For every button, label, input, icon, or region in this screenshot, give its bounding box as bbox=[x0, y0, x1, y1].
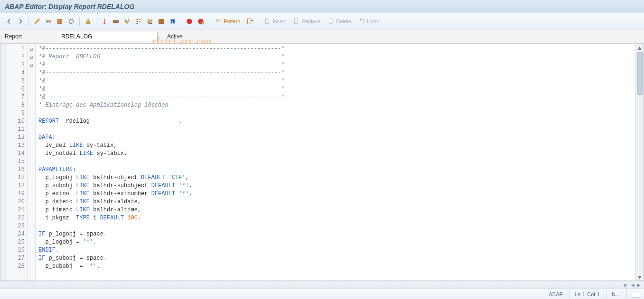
window-title: ABAP Editor: Display Report RDELALOG bbox=[5, 3, 134, 10]
plus-doc-icon bbox=[246, 18, 253, 25]
svg-rect-14 bbox=[149, 20, 152, 23]
check-button[interactable] bbox=[83, 16, 93, 27]
scroll-up-icon[interactable]: ▲ bbox=[636, 44, 644, 51]
book-icon bbox=[158, 18, 165, 25]
where-used-button[interactable] bbox=[122, 16, 132, 27]
status-col-number: 1 bbox=[597, 291, 600, 297]
status-cursor-position: Ln 1 Col 1 bbox=[569, 289, 600, 299]
replace-button[interactable]: Replace bbox=[290, 16, 324, 27]
status-line-number: 1 bbox=[582, 291, 585, 297]
svg-rect-9 bbox=[128, 18, 130, 20]
other-object-button[interactable] bbox=[55, 16, 65, 27]
stack-icon bbox=[147, 18, 153, 25]
hierarchy-icon bbox=[124, 18, 131, 25]
help-button[interactable]: i bbox=[168, 16, 178, 27]
svg-rect-2 bbox=[58, 19, 62, 23]
stop-person-icon bbox=[197, 18, 204, 25]
report-label: Report bbox=[5, 33, 52, 40]
status-bar: ABAP Ln 1 Col 1 N... bbox=[0, 289, 644, 299]
breakpoint-ext-button[interactable] bbox=[196, 16, 206, 27]
wrench-icon bbox=[112, 18, 119, 25]
svg-rect-26 bbox=[329, 19, 333, 24]
replace-icon bbox=[293, 18, 299, 24]
delete-button[interactable]: Delete bbox=[325, 16, 355, 27]
marker-dot-icon bbox=[624, 284, 626, 287]
svg-text:i: i bbox=[172, 19, 173, 24]
insert-label: Insert bbox=[272, 18, 286, 24]
status-col-label: Col bbox=[587, 291, 595, 297]
title-bar: ABAP Editor: Display Report RDELALOG bbox=[0, 0, 644, 13]
fold-gutter[interactable] bbox=[0, 44, 7, 281]
test-button[interactable] bbox=[111, 16, 121, 27]
toggle-icon bbox=[45, 18, 52, 25]
arrow-right-icon bbox=[17, 18, 24, 25]
pretty-printer-button[interactable] bbox=[244, 16, 255, 27]
display-change-button[interactable] bbox=[32, 16, 42, 27]
undo-button[interactable]: Undo bbox=[355, 16, 383, 27]
spiral-icon bbox=[68, 18, 75, 25]
pattern-label: Pattern bbox=[224, 18, 240, 24]
toolbar-separator bbox=[79, 17, 80, 26]
insert-icon bbox=[264, 18, 271, 24]
svg-marker-19 bbox=[187, 18, 192, 24]
svg-point-3 bbox=[69, 19, 74, 23]
activate-button[interactable] bbox=[99, 16, 110, 27]
svg-rect-23 bbox=[248, 18, 251, 24]
insert-button[interactable]: Insert bbox=[261, 16, 289, 27]
scroll-down-icon[interactable]: ▼ bbox=[636, 273, 644, 281]
fullscreen-button[interactable] bbox=[156, 16, 167, 27]
svg-rect-10 bbox=[126, 22, 128, 24]
stop-icon bbox=[186, 18, 193, 25]
layout-icon bbox=[632, 291, 640, 298]
vertical-scrollbar[interactable]: ▲ ▼ bbox=[635, 44, 644, 281]
back-button[interactable] bbox=[4, 16, 14, 27]
status-language: ABAP bbox=[544, 289, 563, 299]
status-ln-label: Ln bbox=[575, 291, 580, 297]
svg-rect-25 bbox=[294, 19, 298, 24]
pattern-button[interactable]: Pattern bbox=[212, 16, 243, 27]
cube-icon bbox=[56, 18, 63, 25]
forward-button[interactable] bbox=[15, 16, 26, 27]
breakpoint-button[interactable] bbox=[184, 16, 195, 27]
editor-nav-bar: ◄ ► bbox=[0, 281, 644, 289]
svg-rect-22 bbox=[216, 19, 221, 23]
editor-nav-arrows[interactable]: ◄ ► bbox=[630, 282, 641, 288]
svg-point-21 bbox=[201, 21, 204, 24]
active-inactive-button[interactable] bbox=[43, 16, 54, 27]
toolbar-separator bbox=[28, 17, 29, 26]
report-row: Report Active bbox=[0, 29, 644, 44]
toolbar: i Pattern Insert Replace Delete Undo rfr… bbox=[0, 13, 644, 29]
tree-icon bbox=[135, 18, 142, 25]
object-list-button[interactable] bbox=[133, 16, 144, 27]
svg-rect-7 bbox=[113, 20, 119, 22]
line-number-gutter: 1234567891011121314151617181920212223242… bbox=[7, 44, 28, 281]
pencil-glasses-icon bbox=[34, 18, 40, 25]
svg-rect-12 bbox=[139, 21, 141, 22]
toolbar-separator bbox=[96, 17, 96, 26]
svg-rect-4 bbox=[86, 21, 90, 23]
code-editor[interactable]: 1234567891011121314151617181920212223242… bbox=[0, 44, 644, 281]
lock-icon bbox=[84, 18, 91, 25]
enhance-button[interactable] bbox=[66, 16, 76, 27]
arrow-left-icon bbox=[6, 18, 12, 25]
toolbar-separator bbox=[209, 17, 209, 26]
svg-rect-11 bbox=[139, 18, 141, 20]
nav-stack-button[interactable] bbox=[145, 16, 155, 27]
report-name-input[interactable] bbox=[58, 32, 158, 41]
svg-point-1 bbox=[48, 20, 51, 22]
svg-rect-24 bbox=[266, 19, 269, 24]
svg-rect-5 bbox=[104, 18, 105, 23]
pattern-icon bbox=[215, 18, 222, 24]
undo-label: Undo bbox=[367, 18, 379, 24]
toolbar-separator bbox=[258, 17, 258, 26]
svg-point-6 bbox=[103, 22, 105, 24]
toolbar-separator bbox=[181, 17, 181, 26]
code-area[interactable]: *&--------------------------------------… bbox=[36, 44, 635, 281]
scroll-thumb[interactable] bbox=[637, 52, 643, 95]
status-end-segment[interactable] bbox=[626, 289, 640, 299]
report-status: Active bbox=[167, 33, 183, 40]
svg-rect-8 bbox=[125, 18, 127, 20]
match-icon bbox=[101, 18, 108, 25]
undo-icon bbox=[359, 18, 365, 24]
info-icon: i bbox=[169, 18, 176, 25]
